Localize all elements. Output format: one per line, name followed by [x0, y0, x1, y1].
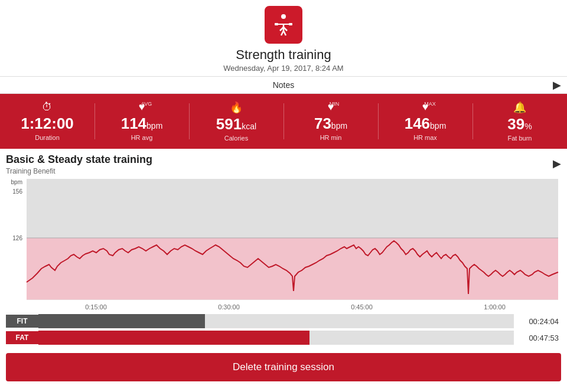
- svg-point-0: [281, 14, 286, 19]
- fat-bar-row: FAT 00:47:53: [6, 331, 561, 345]
- delete-session-button[interactable]: Delete training session: [6, 353, 561, 381]
- max-tag: MAX: [424, 101, 436, 107]
- time-label-45: 0:45:00: [351, 303, 373, 311]
- time-label-15: 0:15:00: [85, 303, 107, 311]
- stat-calories: 🔥 591kcal Calories: [189, 99, 284, 144]
- chart-svg-container: [24, 179, 561, 302]
- y-label-156: 156: [12, 188, 22, 195]
- fat-label: FAT: [6, 331, 38, 344]
- fat-time: 00:47:53: [514, 334, 561, 342]
- fit-fill: [38, 314, 205, 328]
- stat-fat-burn: 🔔 39% Fat burn: [472, 99, 567, 144]
- y-axis: bpm 156 126: [6, 179, 24, 300]
- time-label-60: 1:00:00: [484, 303, 506, 311]
- fit-time: 00:24:04: [514, 317, 561, 326]
- hr-avg-label: HR avg: [98, 134, 185, 141]
- hr-min-value: 73bpm: [314, 120, 347, 130]
- fit-track: [38, 314, 514, 328]
- training-benefit-arrow-icon: ▶: [553, 157, 561, 170]
- stat-duration: ⏱ 1:12:00 Duration: [0, 99, 94, 144]
- time-label-30: 0:30:00: [218, 303, 240, 311]
- min-tag: MIN: [330, 101, 340, 107]
- header: Strength training Wednesday, Apr 19, 201…: [0, 0, 567, 76]
- fat-track: [38, 331, 514, 345]
- duration-label: Duration: [4, 134, 91, 141]
- stat-hr-min: MIN ♥ 73bpm HR min: [284, 99, 378, 144]
- training-benefit-subtitle: Training Benefit: [6, 167, 561, 175]
- training-benefit-section: Basic & Steady state training Training B…: [0, 149, 567, 178]
- stat-hr-max: MAX ♥ 146bpm HR max: [378, 99, 472, 144]
- notes-arrow-icon: ▶: [553, 79, 561, 92]
- page-title: Strength training: [0, 47, 567, 63]
- activity-icon: [265, 6, 302, 44]
- notes-bar[interactable]: Notes ▶: [0, 76, 567, 94]
- svg-rect-3: [278, 24, 289, 25]
- stat-hr-avg: AVG ♥ 114bpm HR avg: [94, 99, 189, 144]
- chart-svg: [24, 179, 561, 300]
- chart-area: bpm 156 126: [0, 178, 567, 302]
- avg-tag: AVG: [141, 101, 152, 107]
- y-label-bpm: bpm: [11, 179, 22, 185]
- duration-icon: ⏱: [4, 101, 91, 113]
- fat-burn-icon: 🔔: [476, 101, 563, 114]
- hr-min-label: HR min: [287, 134, 374, 141]
- calories-icon: 🔥: [193, 101, 280, 114]
- fit-bar-row: FIT 00:24:04: [6, 314, 561, 328]
- training-benefit-title: Basic & Steady state training: [6, 153, 561, 166]
- svg-rect-10: [27, 179, 558, 238]
- fat-burn-value: 39%: [507, 121, 532, 131]
- page-date: Wednesday, Apr 19, 2017, 8:24 AM: [0, 64, 567, 73]
- hr-max-value: 146bpm: [405, 120, 447, 130]
- time-axis: 0:15:00 0:30:00 0:45:00 1:00:00: [6, 302, 561, 311]
- calories-label: Calories: [193, 135, 280, 142]
- y-label-126: 126: [12, 235, 22, 241]
- fat-burn-label: Fat burn: [476, 135, 563, 142]
- hr-avg-value: 114bpm: [121, 120, 163, 130]
- duration-value: 1:12:00: [21, 115, 74, 132]
- svg-rect-11: [27, 238, 558, 300]
- fat-fill: [38, 331, 309, 345]
- calories-value: 591kcal: [216, 121, 256, 131]
- fit-fat-bars: FIT 00:24:04 FAT 00:47:53: [6, 314, 561, 345]
- notes-label: Notes: [273, 80, 295, 90]
- hr-max-label: HR max: [382, 134, 469, 141]
- stats-bar: ⏱ 1:12:00 Duration AVG ♥ 114bpm HR avg 🔥…: [0, 94, 567, 149]
- fit-label: FIT: [6, 315, 38, 328]
- svg-line-8: [284, 31, 286, 35]
